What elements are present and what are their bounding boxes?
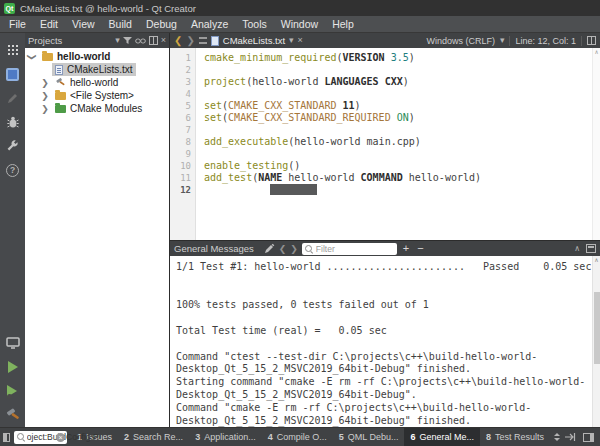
split-panel-icon[interactable] xyxy=(149,36,158,45)
menu-analyze[interactable]: Analyze xyxy=(184,16,235,32)
output-tab-label: Test Results xyxy=(495,432,544,442)
output-line: Total Test time (real) = 0.05 sec xyxy=(176,325,600,338)
output-tab-search-re[interactable]: 2Search Re... xyxy=(118,428,189,446)
tree-item-hello-world[interactable]: ❯hello-world xyxy=(25,76,169,89)
output-tab-general-me[interactable]: 6General Me... xyxy=(404,428,480,446)
editor-tab-cmakeliststxt[interactable]: CMakeLists.txt xyxy=(223,35,285,46)
output-line: Starting command "cmake -E rm -rf C:\pro… xyxy=(176,376,600,389)
sync-with-editor-icon[interactable] xyxy=(135,37,146,45)
output-tab-number: 3 xyxy=(195,432,200,442)
menu-build[interactable]: Build xyxy=(102,16,139,32)
close-pane-icon[interactable] xyxy=(586,244,596,253)
output-tab-application[interactable]: 3Application... xyxy=(189,428,262,446)
projects-mode-button[interactable] xyxy=(0,134,25,158)
projects-panel-title: Projects xyxy=(28,35,112,46)
tree-item-label: CMake Modules xyxy=(70,103,142,114)
open-documents-icon[interactable] xyxy=(199,37,207,44)
output-tab-label: QML Debu... xyxy=(348,432,399,442)
tab-dropdown-icon[interactable]: ▾ xyxy=(289,36,294,45)
folder-icon xyxy=(42,53,53,61)
menu-bar: FileEditViewBuildDebugAnalyzeToolsWindow… xyxy=(0,16,600,33)
help-mode-button[interactable]: ? xyxy=(0,158,25,182)
close-tab-icon[interactable]: × xyxy=(298,36,303,45)
output-pane-tabs: 1Issues2Search Re...3Application...4Comp… xyxy=(71,428,550,446)
code-line-2: 2 xyxy=(170,64,600,76)
tree-caret-icon[interactable]: ❯ xyxy=(27,53,37,61)
menu-debug[interactable]: Debug xyxy=(139,16,184,32)
menu-window[interactable]: Window xyxy=(274,16,325,32)
menu-file[interactable]: File xyxy=(2,16,33,32)
kit-selector-button[interactable] xyxy=(0,331,25,355)
close-panel-icon[interactable]: × xyxy=(161,36,166,45)
tree-caret-icon[interactable]: ❯ xyxy=(41,78,49,88)
run-button[interactable] xyxy=(0,355,25,379)
split-editor-icon[interactable] xyxy=(587,36,596,45)
debug-run-button[interactable] xyxy=(0,379,25,403)
messages-scrollbar[interactable]: ∧ xyxy=(592,256,600,427)
tree-item-hello-world[interactable]: ❯hello-world xyxy=(25,50,169,63)
filter-funnel-icon[interactable] xyxy=(123,36,132,45)
output-tab-qml-debu[interactable]: 5QML Debu... xyxy=(333,428,405,446)
grid-icon xyxy=(8,45,10,47)
toggle-right-sidebar-icon[interactable] xyxy=(583,433,594,442)
qt-creator-window: Qt CMakeLists.txt @ hello-world - Qt Cre… xyxy=(0,0,600,446)
forward-icon[interactable]: ❯ xyxy=(186,35,194,47)
output-tab-number: 6 xyxy=(410,432,415,442)
clear-icon[interactable] xyxy=(264,243,275,254)
filter-input[interactable] xyxy=(316,243,394,255)
output-line: 1/1 Test #1: hello-world ...............… xyxy=(176,261,600,274)
maximize-pane-icon[interactable]: ∧ xyxy=(574,244,580,253)
next-item-icon[interactable]: ❯ xyxy=(290,244,298,254)
design-mode-button[interactable] xyxy=(0,86,25,110)
chevron-down-icon[interactable]: ▾ xyxy=(115,36,120,45)
pane-selector-icon[interactable] xyxy=(554,433,560,441)
scrollbar-thumb[interactable] xyxy=(594,292,600,364)
line-number: 2 xyxy=(170,64,196,76)
tree-item-cmake-modules[interactable]: ❯CMake Modules xyxy=(25,102,169,115)
messages-header: General Messages ❮ ❯ + − ∧ xyxy=(170,241,600,256)
code-line-9: 9 xyxy=(170,148,600,160)
messages-filter xyxy=(302,243,397,255)
title-bar: Qt CMakeLists.txt @ hello-world - Qt Cre… xyxy=(0,0,600,16)
zoom-out-button[interactable]: − xyxy=(415,243,425,254)
output-line xyxy=(176,338,600,351)
tree-item-label: CMakeLists.txt xyxy=(67,64,133,75)
tree-caret-icon[interactable]: ❯ xyxy=(41,104,49,114)
code-line-4: 4 xyxy=(170,88,600,100)
output-line: Command "ctest --test-dir C:\projects\c+… xyxy=(176,351,600,364)
line-number: 3 xyxy=(170,76,196,88)
zoom-in-button[interactable]: + xyxy=(401,243,411,254)
mode-sidebar: ? xyxy=(0,33,25,427)
menu-view[interactable]: View xyxy=(65,16,102,32)
locator: × xyxy=(14,431,67,444)
encoding-selector[interactable]: Windows (CRLF) xyxy=(426,36,495,46)
line-number: 7 xyxy=(170,124,196,136)
output-line: 100% tests passed, 0 tests failed out of… xyxy=(176,299,600,312)
menu-help[interactable]: Help xyxy=(325,16,361,32)
cmake-file-icon xyxy=(55,65,63,75)
code-line-8: 8add_executable(hello-world main.cpp) xyxy=(170,136,600,148)
debug-mode-button[interactable] xyxy=(0,110,25,134)
build-button[interactable] xyxy=(0,403,25,427)
code-editor[interactable]: 1cmake_minimum_required(VERSION 3.5)23pr… xyxy=(170,48,600,240)
output-tab-compile-o[interactable]: 4Compile O... xyxy=(262,428,333,446)
toggle-left-sidebar-icon[interactable] xyxy=(3,433,10,442)
output-tab-test-results[interactable]: 8Test Results xyxy=(480,428,550,446)
maximize-output-icon[interactable] xyxy=(564,432,576,442)
back-icon[interactable]: ❮ xyxy=(174,35,182,47)
folder-icon xyxy=(55,92,66,100)
tree-caret-icon[interactable]: ❯ xyxy=(41,91,49,101)
tree-item-file-system[interactable]: ❯<File System> xyxy=(25,89,169,102)
clear-locator-icon[interactable]: × xyxy=(56,433,65,442)
prev-item-icon[interactable]: ❮ xyxy=(279,244,287,254)
tree-item-cmakelists-txt[interactable]: CMakeLists.txt xyxy=(25,63,169,76)
menu-edit[interactable]: Edit xyxy=(33,16,65,32)
code-area: 1cmake_minimum_required(VERSION 3.5)23pr… xyxy=(170,48,600,196)
editor-scrollbar[interactable]: ∧ xyxy=(592,48,600,240)
edit-mode-button[interactable] xyxy=(0,62,25,86)
tree-item-label: hello-world xyxy=(57,51,110,62)
menu-tools[interactable]: Tools xyxy=(235,16,274,32)
welcome-mode-button[interactable] xyxy=(0,38,25,62)
encoding-dropdown-icon[interactable]: ▾ xyxy=(500,36,505,45)
code-line-12: 12 xyxy=(170,184,600,196)
